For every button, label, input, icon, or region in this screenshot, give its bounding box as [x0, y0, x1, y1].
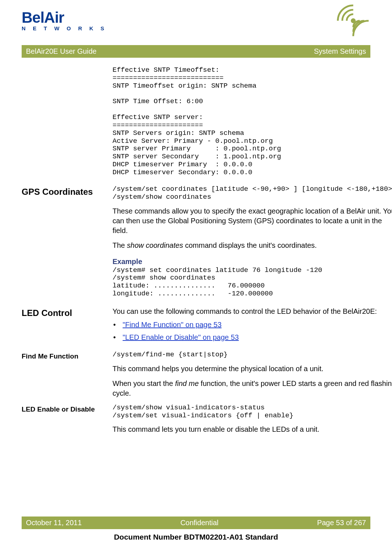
heading-led-control: LED Control [22, 307, 105, 345]
gps-desc2-b: command displays the unit's coordinates. [183, 241, 317, 249]
findme-cmd: find me [175, 379, 199, 387]
guide-title: BelAir20E User Guide [26, 47, 97, 56]
gps-show-coordinates-cmd: show coordinates [127, 241, 183, 249]
link-led-enable-disable[interactable]: "LED Enable or Disable" on page 53 [123, 333, 239, 341]
footer-date: October 11, 2011 [26, 519, 82, 527]
findme-syntax: /system/find-me {start|stop} [113, 351, 392, 359]
title-bar: BelAir20E User Guide System Settings [22, 45, 370, 58]
findme-desc2-a: When you start the [113, 379, 175, 387]
led-desc: You can use the following commands to co… [113, 307, 392, 316]
findme-desc-2: When you start the find me function, the… [113, 379, 392, 398]
heading-find-me-function: Find Me Function [22, 351, 105, 398]
list-item: "LED Enable or Disable" on page 53 [113, 333, 392, 342]
document-number: Document Number BDTM02201-A01 Standard [0, 533, 392, 541]
brand-name: BelAir [22, 10, 64, 25]
gps-desc2-a: The [113, 241, 127, 249]
ledena-desc: This command lets you turn enable or dis… [113, 425, 392, 434]
gps-syntax: /system/set coordinates [latitude <-90,+… [113, 185, 392, 201]
svg-point-0 [351, 18, 356, 23]
heading-led-enable-disable: LED Enable or Disable [22, 404, 105, 435]
example-heading: Example [113, 257, 392, 267]
page-header: BelAir N E T W O R K S [22, 0, 370, 45]
brand-subtitle: N E T W O R K S [22, 25, 107, 31]
sntp-output: Effective SNTP Timeoffset: =============… [113, 66, 392, 177]
wave-icon [336, 4, 370, 38]
findme-desc-1: This command helps you determine the phy… [113, 364, 392, 374]
list-item: "Find Me Function" on page 53 [113, 320, 392, 330]
section-title: System Settings [314, 47, 366, 56]
content-area: Effective SNTP Timeoffset: =============… [22, 66, 370, 434]
heading-gps-coordinates: GPS Coordinates [22, 185, 105, 298]
gps-desc-1: These commands allow you to specify the … [113, 206, 392, 236]
gps-desc-2: The show coordinates command displays th… [113, 241, 392, 250]
ledena-syntax: /system/show visual-indicators-status /s… [113, 404, 392, 420]
led-links-list: "Find Me Function" on page 53 "LED Enabl… [113, 320, 392, 342]
footer-confidential: Confidential [180, 519, 219, 527]
footer-page: Page 53 of 267 [317, 519, 366, 527]
link-find-me-function[interactable]: "Find Me Function" on page 53 [123, 321, 221, 329]
footer-bar: October 11, 2011 Confidential Page 53 of… [22, 517, 370, 529]
brand-logo: BelAir N E T W O R K S [22, 10, 107, 31]
gps-example: /system# set coordinates latitude 76 lon… [113, 267, 392, 298]
